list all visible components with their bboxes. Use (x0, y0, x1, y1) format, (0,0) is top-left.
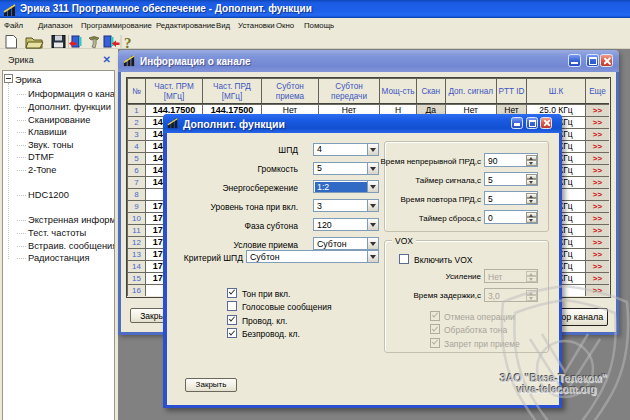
svg-text:?: ? (124, 35, 132, 49)
